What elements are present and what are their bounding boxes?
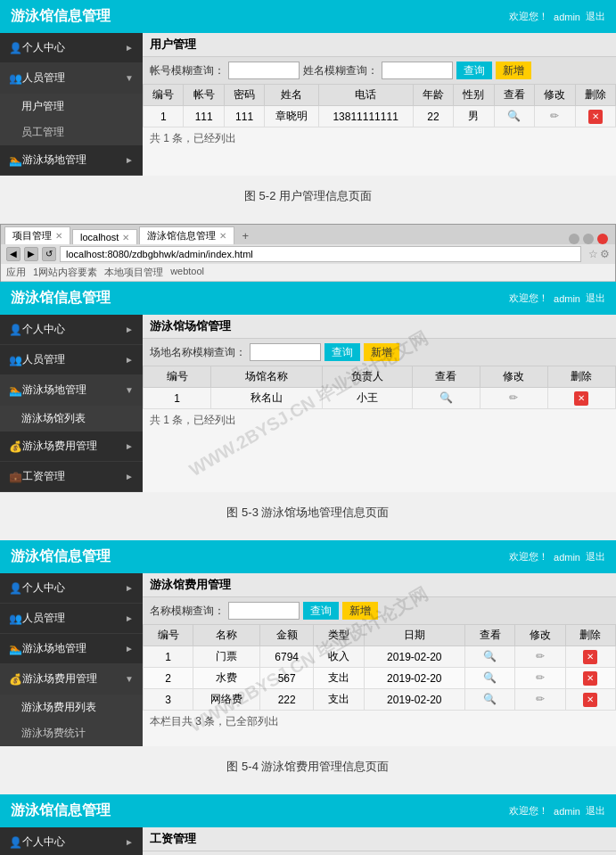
th-age-1: 年龄 (413, 85, 453, 106)
sidebar-item-personal-1[interactable]: 👤 个人中心 ► (0, 33, 143, 63)
cell-type: 收入 (314, 646, 364, 668)
admin-link-1[interactable]: admin (554, 12, 580, 22)
logout-link-1[interactable]: 退出 (586, 10, 605, 23)
delete-icon[interactable]: ✕ (583, 671, 597, 686)
search-btn-1[interactable]: 查询 (456, 62, 492, 79)
edit-icon[interactable]: ✏ (547, 110, 562, 124)
cell-view[interactable]: 🔍 (412, 388, 480, 409)
sidebar-item-personal-4[interactable]: 👤 个人中心 ► (0, 827, 143, 855)
delete-icon[interactable]: ✕ (583, 693, 597, 707)
sidebar-item-pool-1[interactable]: 🏊 游泳场地管理 ► (0, 145, 143, 176)
cell-edit[interactable]: ✏ (515, 689, 565, 711)
search-btn-2[interactable]: 查询 (324, 343, 360, 361)
admin-link-3[interactable]: admin (554, 552, 580, 563)
tab-project[interactable]: 项目管理 ✕ (4, 226, 70, 244)
cell-del[interactable]: ✕ (565, 668, 615, 689)
logout-link-3[interactable]: 退出 (586, 550, 605, 563)
bookmark-apps[interactable]: 应用 (6, 266, 26, 279)
arrow-pool-3: ► (125, 644, 134, 654)
settings-icon[interactable]: ⚙ (600, 248, 610, 260)
th-phone-1: 电话 (318, 85, 413, 106)
sidebar-item-pool-2[interactable]: 🏊 游泳场地管理 ▼ (0, 375, 143, 406)
view-icon[interactable]: 🔍 (483, 693, 497, 707)
add-btn-1[interactable]: 新增 (496, 62, 531, 79)
view-icon[interactable]: 🔍 (439, 391, 453, 406)
add-btn-3[interactable]: 新增 (342, 602, 378, 620)
cell-edit[interactable]: ✏ (515, 668, 565, 689)
admin-link-2[interactable]: admin (554, 293, 580, 304)
maximize-btn[interactable] (583, 234, 594, 244)
sidebar-item-salary-2[interactable]: 💼 工资管理 ► (0, 462, 143, 492)
admin-link-4[interactable]: admin (554, 806, 580, 817)
sidebar-item-personal-2[interactable]: 👤 个人中心 ► (0, 315, 143, 345)
cell-view[interactable]: 🔍 (464, 689, 514, 711)
cell-edit[interactable]: ✏ (535, 106, 575, 127)
search-input-account-1[interactable] (228, 62, 300, 79)
cell-edit[interactable]: ✏ (515, 646, 565, 668)
cell-id: 3 (144, 689, 193, 711)
cell-del[interactable]: ✕ (575, 106, 615, 127)
add-btn-2[interactable]: 新增 (364, 343, 399, 361)
tab-app[interactable]: 游泳馆信息管理 ✕ (139, 226, 234, 244)
delete-icon[interactable]: ✕ (588, 110, 603, 124)
edit-icon[interactable]: ✏ (506, 391, 521, 406)
cell-view[interactable]: 🔍 (494, 106, 534, 127)
delete-icon[interactable]: ✕ (574, 391, 588, 406)
fee-icon-3: 💰 (9, 673, 22, 686)
bookmark-site[interactable]: 1网站内容要素 (33, 266, 97, 279)
view-icon[interactable]: 🔍 (507, 110, 522, 124)
sidebar-item-staff-2[interactable]: 👥 人员管理 ► (0, 345, 143, 375)
sidebar-item-fee-3[interactable]: 💰 游泳场费用管理 ▼ (0, 664, 143, 695)
sidebar-item-fee-2[interactable]: 💰 游泳场费用管理 ► (0, 432, 143, 462)
cell-view[interactable]: 🔍 (464, 646, 514, 668)
search-input-venue-2[interactable] (250, 343, 321, 361)
search-bar-2: 场地名称模糊查询： 查询 新增 (143, 339, 616, 366)
tab-localhost[interactable]: localhost ✕ (72, 229, 137, 244)
address-bar[interactable] (60, 246, 581, 262)
sidebar-subitem-venue-list[interactable]: 游泳场馆列表 (0, 406, 143, 432)
logout-link-2[interactable]: 退出 (586, 292, 605, 305)
bookmark-webtool[interactable]: webtool (170, 266, 204, 279)
view-icon[interactable]: 🔍 (483, 671, 497, 686)
tab-app-close[interactable]: ✕ (219, 231, 226, 241)
th-del-3: 删除 (565, 625, 615, 646)
sidebar-item-staff-1[interactable]: 👥 人员管理 ▼ (0, 63, 143, 94)
search-input-fee-3[interactable] (228, 602, 300, 620)
cell-del[interactable]: ✕ (565, 646, 615, 668)
sidebar-sub-1: 用户管理 员工管理 (0, 94, 143, 145)
sidebar-item-personal-3[interactable]: 👤 个人中心 ► (0, 573, 143, 604)
star-icon[interactable]: ☆ (588, 248, 598, 260)
cell-del[interactable]: ✕ (565, 689, 615, 711)
edit-icon[interactable]: ✏ (533, 671, 547, 686)
sidebar-subitem-user-1[interactable]: 用户管理 (0, 94, 143, 119)
delete-icon[interactable]: ✕ (583, 650, 597, 664)
tab-project-close[interactable]: ✕ (55, 231, 62, 241)
logout-link-4[interactable]: 退出 (586, 804, 605, 818)
edit-icon[interactable]: ✏ (533, 693, 547, 707)
search-input-name-1[interactable] (382, 62, 453, 79)
view-icon[interactable]: 🔍 (483, 650, 497, 664)
search-btn-3[interactable]: 查询 (303, 602, 339, 620)
tab-localhost-close[interactable]: ✕ (122, 233, 129, 243)
cell-feename: 水费 (193, 668, 260, 689)
app-title-2: 游泳馆信息管理 (11, 289, 111, 308)
close-btn[interactable] (597, 234, 608, 244)
cell-del[interactable]: ✕ (547, 388, 615, 409)
app-body-1: 👤 个人中心 ► 👥 人员管理 ▼ 用户管理 员工管理 🏊 游泳场地管理 (0, 33, 616, 176)
sidebar-subitem-fee-list[interactable]: 游泳场费用列表 (0, 695, 143, 720)
cell-edit[interactable]: ✏ (480, 388, 547, 409)
cell-id: 1 (144, 388, 211, 409)
cell-view[interactable]: 🔍 (464, 668, 514, 689)
sidebar-item-staff-3[interactable]: 👥 人员管理 ► (0, 604, 143, 634)
sidebar-subitem-fee-stat[interactable]: 游泳场费统计 (0, 720, 143, 746)
refresh-btn[interactable]: ↺ (42, 247, 56, 261)
sidebar-item-pool-3[interactable]: 🏊 游泳场地管理 ► (0, 634, 143, 664)
new-tab-btn[interactable]: + (236, 227, 254, 244)
sidebar-subitem-employee-1[interactable]: 员工管理 (0, 119, 143, 145)
bookmark-local[interactable]: 本地项目管理 (104, 266, 163, 279)
minimize-btn[interactable] (569, 234, 579, 244)
forward-btn[interactable]: ▶ (24, 247, 38, 261)
figure3-caption: 图 5-4 游泳馆费用管理信息页面 (0, 753, 616, 784)
back-btn[interactable]: ◀ (6, 247, 21, 261)
edit-icon[interactable]: ✏ (533, 650, 547, 664)
